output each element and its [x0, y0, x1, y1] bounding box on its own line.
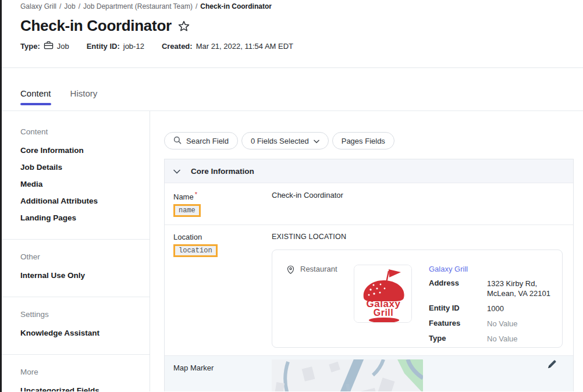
breadcrumb-link[interactable]: Job: [64, 2, 75, 10]
sidebar-item-core-information[interactable]: Core Information: [20, 146, 150, 155]
type-value: Job: [57, 42, 69, 51]
window-left-edge: [0, 0, 2, 392]
detail-label: Features: [429, 319, 487, 329]
detail-row-address: Address 1323 Kirby Rd, McLean, VA 22101: [429, 279, 550, 298]
detail-label: Entity ID: [429, 304, 487, 313]
section-title: Core Information: [191, 167, 254, 176]
detail-row-type: Type No Value: [429, 334, 550, 344]
sidebar-divider: [0, 297, 150, 297]
field-row-map-marker: Map Marker: [165, 355, 573, 391]
detail-row-entity-id: Entity ID 1000: [429, 304, 550, 313]
chevron-down-icon: [314, 137, 319, 145]
tab-content[interactable]: Content: [20, 88, 51, 111]
galaxy-grill-logo: Galaxy Grill: [354, 265, 412, 323]
field-value-name[interactable]: Check-in Coordinator: [272, 183, 573, 224]
api-name-tag-highlighted: location: [173, 244, 218, 257]
tab-bar: Content History: [0, 68, 583, 111]
entity-id-value: job-12: [123, 42, 144, 51]
star-icon: [177, 20, 190, 34]
breadcrumb-separator: /: [195, 2, 197, 10]
detail-value-empty: No Value: [487, 319, 518, 329]
sidebar-item-knowledge-assistant[interactable]: Knowledge Assistant: [20, 329, 150, 338]
detail-value-empty: No Value: [487, 334, 518, 344]
sidebar-item-landing-pages[interactable]: Landing Pages: [20, 213, 150, 223]
field-row-name: Name* name Check-in Coordinator: [165, 183, 573, 224]
location-category: Restaurant: [300, 265, 337, 273]
field-label-map-marker: Map Marker: [173, 364, 266, 372]
sidebar-item-uncategorized-fields[interactable]: Uncategorized Fields: [20, 386, 150, 391]
field-label-location: Location: [173, 233, 266, 241]
breadcrumb-separator: /: [59, 2, 61, 10]
api-name-tag-highlighted: name: [173, 204, 201, 217]
detail-value: 1000: [487, 304, 504, 313]
favorite-star-button[interactable]: [177, 20, 190, 34]
chevron-down-icon: [173, 166, 180, 176]
pencil-icon: [547, 362, 557, 371]
svg-text:Grill: Grill: [374, 308, 394, 318]
required-indicator: *: [195, 191, 197, 198]
sidebar-section-header: Content: [20, 127, 150, 137]
sidebar-divider: [0, 354, 150, 355]
page-header: Galaxy Grill / Job / Job Department (Res…: [0, 0, 583, 68]
sidebar-section-header: Settings: [20, 310, 150, 319]
field-row-location: Location location EXISTING LOCATION: [165, 224, 573, 355]
search-icon: [173, 136, 182, 146]
breadcrumb-separator: /: [79, 2, 80, 10]
existing-location-header: EXISTING LOCATION: [272, 233, 573, 241]
detail-label: Type: [429, 334, 487, 344]
breadcrumb-link[interactable]: Galaxy Grill: [20, 2, 56, 10]
search-field-button[interactable]: Search Field: [164, 132, 238, 149]
map-preview: [272, 359, 423, 391]
fields-selected-dropdown[interactable]: 0 Fields Selected: [241, 132, 329, 149]
breadcrumb-current: Check-in Coordinator: [200, 2, 272, 10]
detail-value: 1323 Kirby Rd, McLean, VA 22101: [487, 279, 550, 298]
sidebar-item-job-details[interactable]: Job Details: [20, 163, 150, 172]
detail-row-features: Features No Value: [429, 319, 550, 329]
content-main: Search Field 0 Fields Selected Pages Fie…: [150, 111, 583, 391]
created-label: Created:: [162, 42, 193, 51]
briefcase-icon: [44, 41, 54, 51]
sidebar-section-header: Other: [20, 252, 150, 262]
core-information-panel: Core Information Name* name Check-in Coo…: [164, 159, 574, 391]
created-value: Mar 21, 2022, 11:54 AM EDT: [196, 42, 293, 51]
sidebar-section-header: More: [20, 368, 150, 377]
tab-history[interactable]: History: [70, 88, 98, 111]
location-card: Restaurant: [272, 250, 563, 348]
detail-label: Address: [429, 279, 487, 298]
sidebar-item-additional-attributes[interactable]: Additional Attributes: [20, 197, 150, 206]
search-field-label: Search Field: [186, 137, 229, 145]
field-label-name: Name: [173, 193, 194, 201]
page-title: Check-in Coordinator: [20, 17, 172, 35]
edit-map-marker-button[interactable]: [547, 359, 557, 372]
core-information-section-toggle[interactable]: Core Information: [165, 159, 573, 183]
breadcrumb-link[interactable]: Job Department (Restaurant Team): [83, 2, 193, 10]
breadcrumb: Galaxy Grill / Job / Job Department (Res…: [20, 2, 583, 10]
location-entity-link[interactable]: Galaxy Grill: [429, 265, 550, 273]
pages-fields-label: Pages Fields: [342, 137, 385, 145]
entity-id-label: Entity ID:: [87, 42, 120, 51]
type-label: Type:: [20, 42, 40, 51]
fields-toolbar: Search Field 0 Fields Selected Pages Fie…: [164, 132, 574, 149]
fields-selected-label: 0 Fields Selected: [251, 137, 309, 145]
sidebar-divider: [0, 239, 150, 240]
sidebar-item-media[interactable]: Media: [20, 180, 150, 189]
field-nav-sidebar: Content Core Information Job Details Med…: [0, 111, 150, 391]
sidebar-item-internal-use-only[interactable]: Internal Use Only: [20, 271, 150, 280]
map-pin-icon: [286, 265, 295, 276]
entity-meta: Type: Job Entity ID: job-12 Created: Mar…: [20, 41, 583, 51]
pages-fields-button[interactable]: Pages Fields: [332, 132, 394, 149]
